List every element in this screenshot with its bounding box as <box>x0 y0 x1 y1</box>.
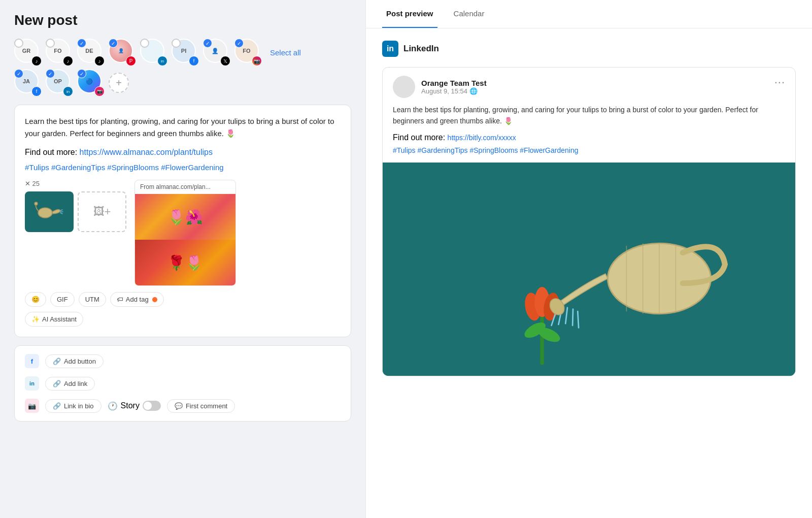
pinterest-badge: P <box>126 56 136 66</box>
preview-url-link[interactable]: https://bitly.com/xxxxx <box>448 134 516 142</box>
facebook-badge: f <box>31 86 42 96</box>
twitter-badge: 𝕏 <box>220 56 230 66</box>
account-gr-tiktok[interactable]: GR ♪ <box>14 39 42 66</box>
facebook-badge: f <box>189 56 199 66</box>
uncheck-badge <box>14 39 23 48</box>
tag-icon: 🏷 <box>117 296 123 303</box>
author-avatar <box>393 76 415 98</box>
account-selector-row1: GR ♪ FO ♪ ✓ DE ♪ ✓ 👤 P in <box>14 39 351 66</box>
story-toggle-switch[interactable] <box>143 401 161 411</box>
tag-button[interactable]: 🏷 Add tag <box>110 292 164 307</box>
ai-icon: ✨ <box>31 315 40 323</box>
preview-find-more: Find out more: <box>393 133 448 142</box>
post-body-text[interactable]: Learn the best tips for planting, growin… <box>25 115 341 140</box>
link-icon-3: 🔗 <box>53 402 61 410</box>
preview-content: in LinkedIn Orange Team Test August 9, 1… <box>366 28 812 518</box>
preview-text-span: Learn the best tips for planting, growin… <box>393 106 758 125</box>
ai-label: AI Assistant <box>42 315 77 323</box>
check-badge: ✓ <box>234 39 244 48</box>
linkedin-label: LinkedIn <box>403 44 439 54</box>
watering-can-icon <box>34 197 64 227</box>
account-ja-facebook[interactable]: ✓ JA f <box>14 69 42 96</box>
author-meta: August 9, 15:54 🌐 <box>421 87 487 95</box>
author-timestamp: August 9, 15:54 <box>421 87 467 95</box>
account-fo2-instagram[interactable]: ✓ FO 📷 <box>234 39 262 66</box>
instagram-platform-icon: 📷 <box>25 399 39 413</box>
comment-icon: 💬 <box>175 402 183 410</box>
post-hashtags: #Tulips #GardeningTips #SpringBlooms #Fl… <box>25 163 341 172</box>
add-button-btn[interactable]: 🔗 Add button <box>45 354 104 368</box>
post-card-main-image <box>383 163 795 376</box>
linkedin-logo-icon: in <box>382 41 398 57</box>
ai-assistant-button[interactable]: ✨ AI Assistant <box>25 312 83 327</box>
emoji-icon: 😊 <box>31 296 40 303</box>
tab-calendar[interactable]: Calendar <box>450 0 489 28</box>
check-badge: ✓ <box>203 39 212 48</box>
tiktok-badge: ♪ <box>94 56 105 66</box>
tiktok-badge: ♪ <box>31 56 42 66</box>
tulip-image-1: 🌷🌺 <box>135 194 235 240</box>
first-comment-btn[interactable]: 💬 First comment <box>167 399 235 413</box>
tiktok-badge: ♪ <box>63 56 73 66</box>
instagram-option-row: 📷 🔗 Link in bio 🕐 Story 💬 First comment <box>25 399 341 413</box>
check-badge: ✓ <box>109 39 118 48</box>
emoji-button[interactable]: 😊 <box>25 292 46 307</box>
utm-button[interactable]: UTM <box>79 292 106 307</box>
uncheck-badge <box>140 39 149 48</box>
media-counter-text: ✕ 25 <box>25 180 40 187</box>
post-preview-text: Learn the best tips for planting, growin… <box>393 104 785 127</box>
uncheck-badge <box>172 39 181 48</box>
check-badge: ✓ <box>77 69 86 78</box>
add-link-btn[interactable]: 🔗 Add link <box>45 377 95 391</box>
chromebook-badge: 📷 <box>94 86 105 96</box>
linkedin-badge: in <box>157 56 167 66</box>
post-composer: Learn the best tips for planting, growin… <box>14 105 351 337</box>
tag-label: Add tag <box>126 296 149 303</box>
tab-post-preview[interactable]: Post preview <box>382 0 437 28</box>
post-link-row: Find out more: https://www.almanac.com/p… <box>25 148 341 157</box>
post-body-span: Learn the best tips for planting, growin… <box>25 117 334 138</box>
uncheck-badge <box>46 39 55 48</box>
link-in-bio-btn[interactable]: 🔗 Link in bio <box>45 399 101 413</box>
account-pi-facebook[interactable]: PI f <box>172 39 199 66</box>
account-fo1-tiktok[interactable]: FO ♪ <box>46 39 73 66</box>
gif-button[interactable]: GIF <box>50 292 75 307</box>
link-preview-card: From almanac.com/plan... 🌷🌺 🌹🌷 <box>134 180 236 286</box>
author-name: Orange Team Test <box>421 79 487 87</box>
account-de-tiktok[interactable]: ✓ DE ♪ <box>77 39 105 66</box>
page-title: New post <box>14 12 351 28</box>
svg-point-0 <box>38 208 52 218</box>
check-badge: ✓ <box>46 69 55 78</box>
account-blue-chromebook[interactable]: ✓ 🔵 📷 <box>77 69 105 96</box>
account-selector-row2: ✓ JA f ✓ OP in ✓ 🔵 📷 + <box>14 69 351 96</box>
more-options-button[interactable]: ··· <box>774 76 785 89</box>
account-op-linkedin[interactable]: ✓ OP in <box>46 69 73 96</box>
globe-icon: 🌐 <box>469 87 478 95</box>
watering-can-thumb[interactable] <box>25 191 74 232</box>
right-panel: Post preview Calendar in LinkedIn Orange… <box>365 0 812 518</box>
add-account-button[interactable]: + <box>109 73 129 93</box>
instagram-badge: 📷 <box>252 56 262 66</box>
account-pinterest[interactable]: ✓ 👤 P <box>109 39 136 66</box>
linkedin-platform-icon: in <box>25 376 39 391</box>
account-linkedin1[interactable]: in <box>140 39 167 66</box>
account-twitter[interactable]: ✓ 👤 𝕏 <box>203 39 230 66</box>
add-link-label: Add link <box>64 380 87 387</box>
link-icon: 🔗 <box>53 358 61 365</box>
select-all-button[interactable]: Select all <box>270 48 301 57</box>
add-media-button[interactable]: 🖼+ <box>78 191 126 232</box>
linkedin-post-card: Orange Team Test August 9, 15:54 🌐 ··· L… <box>382 67 796 376</box>
tulip-image-2: 🌹🌷 <box>135 240 235 285</box>
add-button-label: Add button <box>64 358 96 365</box>
preview-hashtags: #Tulips #GardeningTips #SpringBlooms #Fl… <box>393 146 785 154</box>
linkedin-section-header: in LinkedIn <box>382 41 796 57</box>
preview-link-row: Find out more: https://bitly.com/xxxxx <box>393 133 785 142</box>
svg-line-13 <box>578 311 579 328</box>
link-in-bio-label: Link in bio <box>64 402 94 410</box>
media-counter: ✕ 25 <box>25 180 126 187</box>
post-card-body: Learn the best tips for planting, growin… <box>383 104 795 163</box>
story-toggle-container: 🕐 Story <box>108 401 161 411</box>
post-url-link[interactable]: https://www.almanac.com/plant/tulips <box>80 148 213 156</box>
check-badge: ✓ <box>14 69 23 78</box>
preview-tabs: Post preview Calendar <box>366 0 812 28</box>
